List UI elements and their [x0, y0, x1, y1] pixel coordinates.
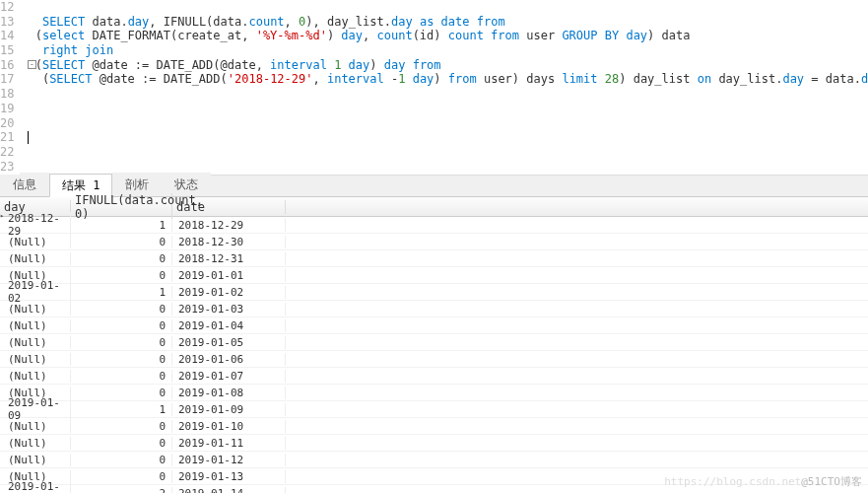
cell-day[interactable]: (Null) [0, 252, 71, 265]
line-number: 20 [0, 116, 14, 131]
cell-date[interactable]: 2019-01-10 [172, 420, 286, 433]
sql-editor[interactable]: 1213141516-17181920212223 SELECT data.da… [0, 0, 868, 175]
line-number: 15 [0, 43, 14, 58]
cell-count[interactable]: 1 [71, 286, 172, 299]
cell-day[interactable]: (Null) [0, 454, 71, 466]
table-row[interactable]: (Null)02019-01-07 [0, 368, 868, 385]
cell-date[interactable]: 2019-01-05 [172, 336, 286, 349]
code-line[interactable]: SELECT data.day, IFNULL(data.count, 0), … [28, 15, 868, 30]
code-line[interactable] [28, 116, 868, 131]
code-line[interactable]: (select DATE_FORMAT(create_at, '%Y-%m-%d… [28, 29, 868, 43]
table-row[interactable]: (Null)02019-01-01 [0, 267, 868, 284]
table-row[interactable]: (Null)02019-01-11 [0, 435, 868, 452]
cell-count[interactable]: 0 [71, 387, 172, 399]
cell-date[interactable]: 2019-01-08 [172, 387, 286, 399]
cell-date[interactable]: 2019-01-03 [172, 303, 286, 316]
cell-day[interactable]: (Null) [0, 236, 71, 248]
cell-date[interactable]: 2019-01-11 [172, 437, 286, 450]
line-number: 16 [0, 58, 14, 73]
cell-count[interactable]: 0 [71, 353, 172, 366]
cell-count[interactable]: 0 [71, 336, 172, 349]
line-number: 14 [0, 29, 14, 43]
col-header-date[interactable]: date [172, 200, 286, 214]
line-number: 13 [0, 15, 14, 30]
line-number: 23 [0, 160, 14, 175]
cell-date[interactable]: 2019-01-01 [172, 269, 286, 282]
table-row[interactable]: (Null)02019-01-06 [0, 351, 868, 368]
cell-date[interactable]: 2019-01-06 [172, 353, 286, 366]
cell-count[interactable]: 0 [71, 319, 172, 332]
table-row[interactable]: (Null)02018-12-31 [0, 250, 868, 267]
watermark: https://blog.csdn.net@51CTO博客 [664, 474, 862, 489]
cell-day[interactable]: 2019-01-02 [0, 279, 71, 305]
table-row[interactable]: 2019-01-0212019-01-02 [0, 284, 868, 301]
cell-date[interactable]: 2019-01-09 [172, 403, 286, 416]
cell-day[interactable]: (Null) [0, 319, 71, 332]
table-row[interactable]: 2019-01-0912019-01-09 [0, 401, 868, 418]
cell-date[interactable]: 2018-12-29 [172, 219, 286, 232]
cell-count[interactable]: 0 [71, 470, 172, 483]
code-line[interactable] [28, 130, 868, 145]
cell-count[interactable]: 0 [71, 454, 172, 466]
cell-date[interactable]: 2019-01-14 [172, 487, 286, 494]
cell-count[interactable]: 2 [71, 487, 172, 494]
cell-day[interactable]: (Null) [0, 370, 71, 383]
code-line[interactable]: right join [28, 43, 868, 58]
cell-day[interactable]: (Null) [0, 437, 71, 450]
cell-day[interactable]: 2019-01-14 [0, 480, 71, 493]
cell-date[interactable]: 2018-12-30 [172, 236, 286, 248]
cell-count[interactable]: 0 [71, 252, 172, 265]
table-row[interactable]: (Null)02019-01-12 [0, 452, 868, 468]
table-row[interactable]: (Null)02019-01-10 [0, 418, 868, 435]
tab-信息[interactable]: 信息 [0, 173, 49, 196]
cell-count[interactable]: 1 [71, 219, 172, 232]
cell-count[interactable]: 0 [71, 437, 172, 450]
code-line[interactable] [28, 102, 868, 116]
cell-count[interactable]: 0 [71, 236, 172, 248]
cell-day[interactable]: (Null) [0, 303, 71, 316]
result-grid-header: day IFNULL(data.count, 0) date [0, 197, 868, 217]
cell-count[interactable]: 0 [71, 303, 172, 316]
cell-count[interactable]: 0 [71, 269, 172, 282]
cell-day[interactable]: 2018-12-29 [0, 212, 71, 238]
code-area[interactable]: SELECT data.day, IFNULL(data.count, 0), … [20, 0, 868, 175]
table-row[interactable]: (Null)02019-01-05 [0, 334, 868, 351]
code-line[interactable]: (SELECT @date := DATE_ADD('2018-12-29', … [28, 72, 868, 87]
code-line[interactable] [28, 145, 868, 160]
table-row[interactable]: (Null)02019-01-03 [0, 301, 868, 317]
cell-day[interactable]: (Null) [0, 420, 71, 433]
line-number: 21 [0, 130, 14, 145]
code-line[interactable] [28, 160, 868, 175]
cell-count[interactable]: 1 [71, 403, 172, 416]
line-number: 17 [0, 72, 14, 87]
cell-date[interactable]: 2019-01-02 [172, 286, 286, 299]
code-line[interactable] [28, 0, 868, 15]
cell-count[interactable]: 0 [71, 370, 172, 383]
cell-date[interactable]: 2018-12-31 [172, 252, 286, 265]
cell-day[interactable]: (Null) [0, 336, 71, 349]
table-row[interactable]: (Null)02018-12-30 [0, 234, 868, 250]
cell-day[interactable]: (Null) [0, 353, 71, 366]
table-row[interactable]: 2018-12-2912018-12-29 [0, 217, 868, 234]
table-row[interactable]: (Null)02019-01-08 [0, 385, 868, 401]
table-row[interactable]: (Null)02019-01-04 [0, 317, 868, 334]
cell-date[interactable]: 2019-01-04 [172, 319, 286, 332]
cell-date[interactable]: 2019-01-13 [172, 470, 286, 483]
cell-day[interactable]: 2019-01-09 [0, 396, 71, 422]
line-gutter: 1213141516-17181920212223 [0, 0, 20, 175]
text-cursor [28, 131, 29, 144]
line-number: 12 [0, 0, 14, 15]
result-grid-body[interactable]: 2018-12-2912018-12-29(Null)02018-12-30(N… [0, 217, 868, 493]
line-number: 22 [0, 145, 14, 160]
code-line[interactable]: (SELECT @date := DATE_ADD(@date, interva… [28, 58, 868, 73]
cell-date[interactable]: 2019-01-12 [172, 454, 286, 466]
cell-date[interactable]: 2019-01-07 [172, 370, 286, 383]
line-number: 18 [0, 87, 14, 102]
col-header-count[interactable]: IFNULL(data.count, 0) [71, 193, 172, 221]
line-number: 19 [0, 102, 14, 116]
cell-count[interactable]: 0 [71, 420, 172, 433]
code-line[interactable] [28, 87, 868, 102]
